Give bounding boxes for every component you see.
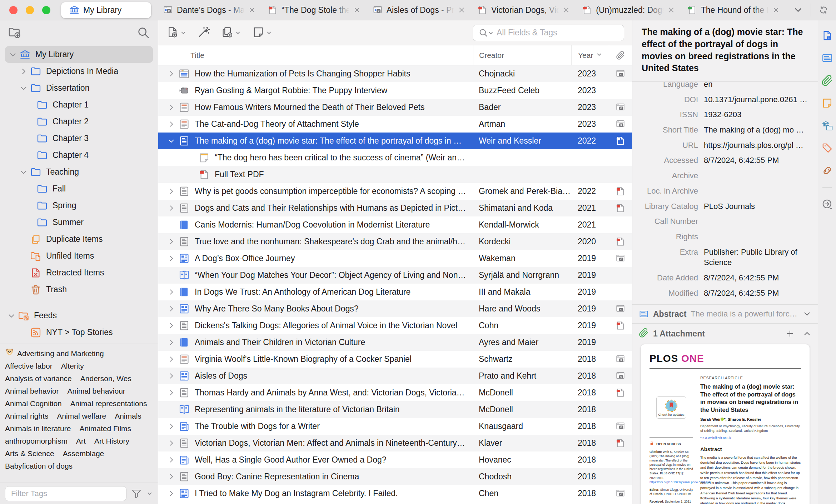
- tab[interactable]: The Hound of the Ba: [681, 0, 786, 20]
- tag-item[interactable]: Animals in literature: [5, 422, 71, 435]
- attachments-collapse-chevron-icon[interactable]: [802, 329, 812, 338]
- zoom-window-button[interactable]: [42, 6, 50, 14]
- collection-row[interactable]: Unfiled Items: [0, 248, 158, 264]
- table-row[interactable]: Animals and Their Children in Victorian …: [158, 334, 632, 351]
- tab[interactable]: “The Dog Stole the P: [262, 0, 366, 20]
- twisty-chevron-icon[interactable]: [6, 51, 19, 59]
- search-input[interactable]: [497, 28, 619, 38]
- new-item-button[interactable]: [166, 26, 186, 40]
- field-value[interactable]: [704, 216, 813, 227]
- field-value[interactable]: en: [704, 82, 813, 90]
- field-value[interactable]: 8/7/2024, 6:42:55 PM: [704, 155, 813, 166]
- close-tab-icon[interactable]: [667, 6, 675, 14]
- table-row[interactable]: Representing animals in the literature o…: [158, 401, 632, 418]
- tab-list-chevron-icon[interactable]: [786, 4, 811, 16]
- filter-tags-input[interactable]: [5, 486, 126, 501]
- twisty-chevron-icon[interactable]: [5, 312, 18, 320]
- close-tab-icon[interactable]: [772, 6, 780, 14]
- tab[interactable]: (Un)muzzled: Dogs i: [576, 0, 681, 20]
- table-row[interactable]: Well, Has a Single Good Author Ever Owne…: [158, 451, 632, 468]
- tag-item[interactable]: Animal behavior: [5, 385, 59, 397]
- table-row[interactable]: Victorian Dogs, Victorian Men: Affect an…: [158, 435, 632, 451]
- disclosure-chevron-icon[interactable]: [165, 188, 178, 195]
- field-value[interactable]: The making of a (dog) mo …: [704, 125, 813, 135]
- field-value[interactable]: [704, 170, 813, 181]
- collection-row[interactable]: Chapter 2: [0, 113, 158, 130]
- collection-search-icon[interactable]: [136, 26, 150, 41]
- collection-row[interactable]: Depictions In Media: [0, 63, 158, 80]
- notes-tab-icon[interactable]: [821, 97, 833, 109]
- close-tab-icon[interactable]: [562, 6, 570, 14]
- table-row[interactable]: Why Are There So Many Books About Dogs? …: [158, 300, 632, 317]
- collection-row[interactable]: Fall: [0, 180, 158, 197]
- disclosure-chevron-icon[interactable]: [165, 423, 178, 430]
- collection-row[interactable]: Chapter 3: [0, 130, 158, 147]
- table-row[interactable]: The making of a (dog) movie star: The ef…: [158, 133, 632, 149]
- field-value[interactable]: Publisher: Public Library of Science: [704, 247, 813, 268]
- table-row[interactable]: The Cat-and-Dog Theory of Attachment Sty…: [158, 116, 632, 133]
- tag-item[interactable]: Animals: [115, 410, 141, 422]
- tab[interactable]: Dante’s Dogs - Mang: [157, 0, 262, 20]
- collection-row[interactable]: Teaching: [0, 164, 158, 180]
- field-value[interactable]: 1932-6203: [704, 109, 813, 120]
- tag-item[interactable]: Anderson, Wes: [80, 372, 131, 385]
- tag-item[interactable]: Animal representations: [70, 397, 147, 410]
- tag-item[interactable]: Alterity: [61, 360, 84, 372]
- disclosure-chevron-icon[interactable]: [165, 238, 178, 245]
- new-attachment-button[interactable]: [221, 26, 241, 40]
- tags-tab-icon[interactable]: [821, 142, 833, 154]
- tag-item[interactable]: Arts & Science: [5, 447, 54, 460]
- tag-item[interactable]: Affective labor: [5, 360, 53, 372]
- abstract-section-header[interactable]: Abstract The media is a powerful forc…: [632, 304, 818, 324]
- collection-row[interactable]: Duplicate Items: [0, 231, 158, 248]
- collection-row[interactable]: Retracted Items: [0, 264, 158, 281]
- disclosure-chevron-icon[interactable]: [165, 490, 178, 497]
- tag-item[interactable]: Animal welfare: [57, 410, 106, 422]
- collection-row[interactable]: My Library: [5, 46, 153, 63]
- table-row[interactable]: The Trouble with Dogs for a Writer Knaus…: [158, 418, 632, 435]
- disclosure-chevron-icon[interactable]: [165, 255, 178, 262]
- tab[interactable]: My Library: [61, 2, 151, 18]
- table-row[interactable]: Thomas Hardy and Animals by Anna West, a…: [158, 384, 632, 401]
- field-value[interactable]: [704, 186, 813, 196]
- disclosure-chevron-icon[interactable]: [165, 439, 178, 447]
- disclosure-chevron-icon[interactable]: [165, 120, 178, 128]
- year-column-header[interactable]: Year: [571, 45, 609, 65]
- attachment-pdf-preview[interactable]: PLOS ONE Check for updates OPEN ACCESS C…: [641, 344, 810, 504]
- table-row[interactable]: A Dog’s Box-Office Journey Wakeman 2019: [158, 250, 632, 267]
- field-value[interactable]: 8/7/2024, 6:42:55 PM: [704, 273, 813, 283]
- table-row[interactable]: In Dogs We Trust: An Anthology of Americ…: [158, 284, 632, 300]
- tag-item[interactable]: Animal Cognition: [5, 397, 62, 410]
- close-tab-icon[interactable]: [353, 6, 361, 14]
- tag-filter-chevron-icon[interactable]: [146, 490, 153, 497]
- disclosure-chevron-icon[interactable]: [165, 473, 178, 480]
- close-tab-icon[interactable]: [458, 6, 466, 14]
- table-row[interactable]: How the Humanization of Pets Is Changing…: [158, 65, 632, 82]
- table-row[interactable]: Virginia Woolf's Little-Known Biography …: [158, 351, 632, 368]
- tag-item[interactable]: anthropomorphism: [5, 435, 68, 447]
- collection-row[interactable]: Feeds: [0, 307, 158, 324]
- disclosure-chevron-icon[interactable]: [165, 322, 178, 329]
- tag-item[interactable]: Animal behaviour: [68, 385, 125, 397]
- table-row[interactable]: Canis Modernis: Human/Dog Coevolution in…: [158, 216, 632, 233]
- table-row[interactable]: Ryan Gosling & Margot Robbie: The Puppy …: [158, 82, 632, 99]
- table-row[interactable]: Good Boy: Canine Representation in Cinem…: [158, 468, 632, 485]
- disclosure-chevron-icon[interactable]: [165, 70, 178, 78]
- disclosure-chevron-icon[interactable]: [165, 104, 178, 111]
- tag-item[interactable]: Analysis of variance: [5, 372, 72, 385]
- field-value[interactable]: [704, 231, 813, 242]
- table-row[interactable]: Why is pet goods consumption imperceptib…: [158, 183, 632, 200]
- sync-icon[interactable]: [811, 4, 836, 16]
- attachments-tab-icon[interactable]: [821, 75, 833, 86]
- table-row[interactable]: “The dog hero has been critical to the s…: [158, 149, 632, 166]
- twisty-chevron-icon[interactable]: [17, 168, 30, 176]
- field-value[interactable]: 10.1371/journal.pone.0261 …: [704, 94, 813, 105]
- collection-row[interactable]: Chapter 1: [0, 96, 158, 113]
- table-row[interactable]: Dickens's Talking Dogs: Allegories of An…: [158, 317, 632, 334]
- collection-row[interactable]: Spring: [0, 197, 158, 214]
- table-row[interactable]: Aisles of Dogs Prato and Kehrt 2018: [158, 368, 632, 384]
- disclosure-chevron-icon[interactable]: [165, 355, 178, 363]
- field-value[interactable]: 8/7/2024, 6:42:55 PM: [704, 288, 813, 299]
- library-search-field[interactable]: [473, 25, 624, 41]
- add-attachment-icon[interactable]: [785, 329, 795, 338]
